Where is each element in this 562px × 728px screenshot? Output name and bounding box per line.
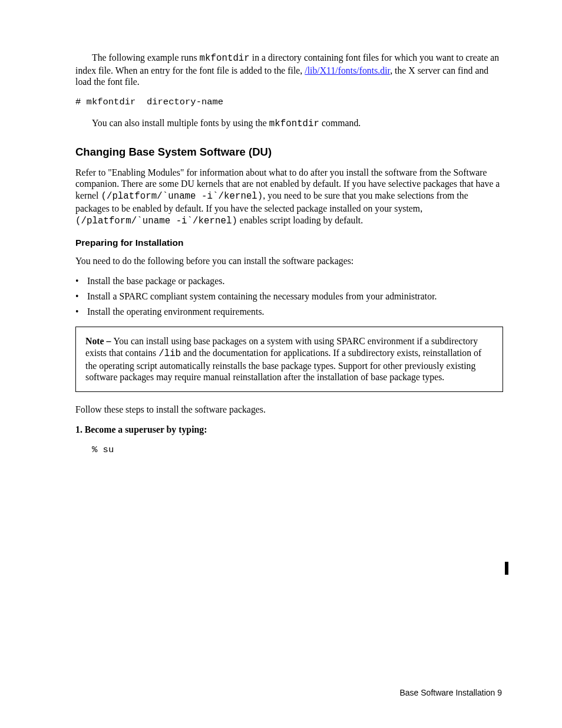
text: Refer to: [75, 167, 108, 177]
term: base package types: [371, 372, 442, 382]
paragraph-refer-enabling: Refer to "Enabling Modules" for informat…: [75, 167, 503, 228]
text: command.: [319, 118, 361, 128]
note-box: Note – You can install using base packag…: [75, 327, 503, 392]
code-su: % su: [75, 444, 503, 457]
ref-enabling-modules: "Enabling Modules": [108, 167, 186, 177]
revision-bar-icon: [505, 562, 508, 575]
term: using SPARC environment: [314, 336, 415, 346]
note-label: Note –: [85, 336, 113, 346]
list-item: Install the base package or packages.: [75, 275, 503, 287]
text: You can install: [113, 336, 171, 346]
list-item: Install a SPARC compliant system contain…: [75, 291, 503, 302]
cmd-mkfontdir: mkfontdir: [200, 53, 250, 64]
cmd-mkfontdir: mkfontdir: [269, 118, 319, 129]
code-mkfontdir: # mkfontdir directory-name: [75, 96, 503, 109]
paragraph-mkfontdir-multi: You can also install multiple fonts by u…: [75, 117, 503, 130]
list-item: Install the operating environment requir…: [75, 306, 503, 318]
term: using base packages: [171, 336, 246, 346]
paragraph-mkfontdir-intro: The following example runs mkfontdir in …: [75, 52, 503, 88]
link-fonts-dir[interactable]: /lib/X11/fonts/fonts.dir: [305, 65, 390, 75]
path-platform-kernel: (/platform/`uname -i`/kernel): [101, 191, 263, 202]
bullet-list-preinstall: Install the base package or packages. In…: [75, 275, 503, 317]
path-platform-kernel: (/platform/`uname -i`/kernel): [75, 216, 237, 226]
text: You can also install multiple fonts by u…: [92, 118, 269, 128]
heading-preparing-installation: Preparing for Installation: [75, 238, 503, 248]
text: enables script loading by default.: [237, 215, 363, 225]
page-footer: Base Software Installation 9: [399, 688, 502, 697]
text: .: [442, 372, 444, 382]
text: on a system with: [247, 336, 315, 346]
paragraph-preinstall-intro: You need to do the following before you …: [75, 255, 503, 267]
paragraph-follow-steps: Follow these steps to install the softwa…: [75, 404, 503, 416]
step-1-label: 1. Become a superuser by typing:: [75, 424, 503, 436]
heading-changing-base-software: Changing Base System Software (DU): [75, 146, 503, 159]
text: The following example runs: [92, 52, 200, 62]
path-lib: /lib: [158, 348, 181, 359]
